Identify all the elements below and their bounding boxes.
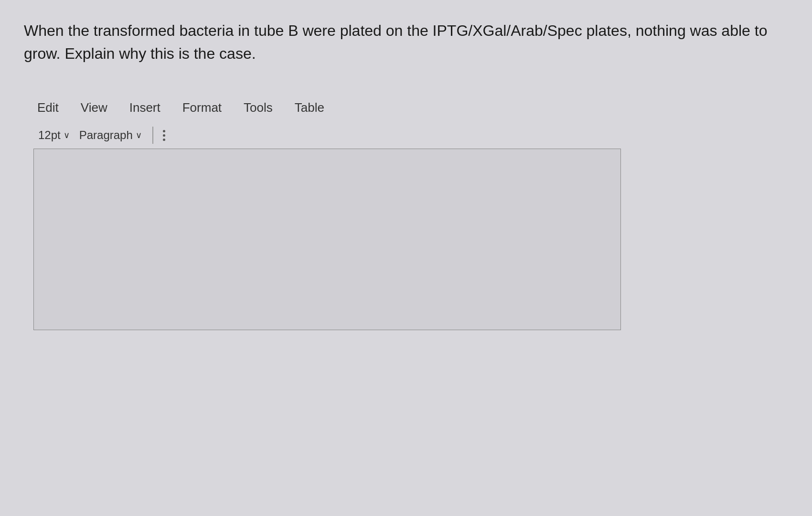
toolbar-separator <box>152 127 153 144</box>
toolbar-bar: 12pt ∨ Paragraph ∨ <box>24 122 788 149</box>
menu-item-table[interactable]: Table <box>291 98 328 117</box>
paragraph-value: Paragraph <box>79 129 133 142</box>
menu-item-tools[interactable]: Tools <box>240 98 277 117</box>
dot-3 <box>163 139 165 141</box>
menu-bar: Edit View Insert Format Tools Table <box>24 94 788 122</box>
dot-2 <box>163 134 165 137</box>
menu-item-edit[interactable]: Edit <box>33 98 63 117</box>
paragraph-chevron-icon: ∨ <box>136 130 142 140</box>
menu-item-view[interactable]: View <box>77 98 111 117</box>
font-size-chevron-icon: ∨ <box>64 130 70 140</box>
menu-item-insert[interactable]: Insert <box>126 98 164 117</box>
paragraph-dropdown[interactable]: Paragraph ∨ <box>75 127 147 144</box>
menu-item-format[interactable]: Format <box>179 98 225 117</box>
more-options-button[interactable] <box>159 128 169 143</box>
dot-1 <box>163 130 165 132</box>
editor-container: Edit View Insert Format Tools Table 12pt… <box>24 94 788 502</box>
text-area-wrapper <box>24 149 788 502</box>
text-input-area[interactable] <box>33 149 621 330</box>
font-size-dropdown[interactable]: 12pt ∨ <box>33 127 75 144</box>
font-size-value: 12pt <box>38 129 61 142</box>
question-text: When the transformed bacteria in tube B … <box>24 19 788 65</box>
